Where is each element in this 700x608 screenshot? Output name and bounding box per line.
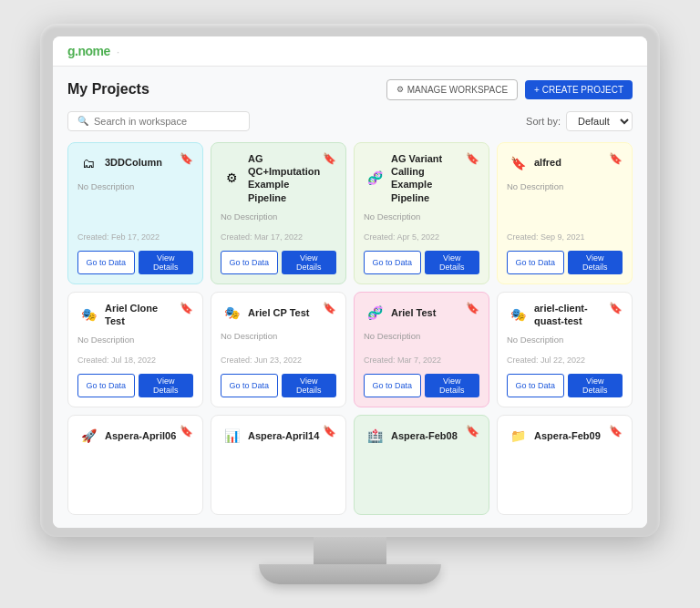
card-title: Aspera-Feb08 [391,429,458,442]
go-to-data-button[interactable]: Go to Data [507,374,564,397]
view-details-button[interactable]: View Details [139,251,194,274]
card-header: 🗂 3DDColumn 🔖 [77,152,193,174]
view-details-button[interactable]: View Details [282,251,337,274]
bookmark-icon[interactable]: 🔖 [180,302,193,314]
project-card[interactable]: 🧬 Ariel Test 🔖 No Description Created: M… [354,292,489,408]
view-details-button[interactable]: View Details [282,374,337,397]
card-header: 🎭 Ariel CP Test 🔖 [221,302,336,324]
bookmark-icon[interactable]: 🔖 [323,425,336,438]
app-content: My Projects ⚙ MANAGE WORKSPACE + CREATE … [53,67,647,529]
card-actions: Go to Data View Details [221,251,336,274]
view-details-button[interactable]: View Details [425,374,480,397]
card-spacer [221,345,336,349]
card-title: Ariel Clone Test [105,302,180,328]
search-input[interactable] [94,116,240,127]
bookmark-icon[interactable]: 🔖 [323,152,336,165]
bookmark-icon[interactable]: 🔖 [180,152,193,165]
card-spacer [77,195,193,225]
monitor-screen-inner: g.nome · My Projects ⚙ MANAGE WORKSPACE … [53,36,647,529]
card-header: 🧬 AG Variant Calling Example Pipeline 🔖 [364,152,479,204]
go-to-data-button[interactable]: Go to Data [364,374,421,397]
search-box[interactable]: 🔍 [67,111,250,131]
card-spacer [77,450,193,505]
project-card[interactable]: ⚙ AG QC+Imputation Example Pipeline 🔖 No… [211,142,346,284]
view-details-button[interactable]: View Details [568,374,623,397]
page-header: My Projects ⚙ MANAGE WORKSPACE + CREATE … [67,79,633,100]
header-buttons: ⚙ MANAGE WORKSPACE + CREATE PROJECT [386,79,633,100]
view-details-button[interactable]: View Details [139,374,194,397]
card-title-area: 🧬 Ariel Test [364,302,466,324]
projects-grid: 🗂 3DDColumn 🔖 No Description Created: Fe… [67,142,633,516]
card-title-area: 🏥 Aspera-Feb08 [364,425,466,447]
monitor-base [259,564,441,584]
logo-rest: .nome [75,44,110,58]
view-details-button[interactable]: View Details [568,251,623,274]
monitor-neck [314,537,386,564]
card-title-area: 📁 Aspera-Feb09 [507,425,609,447]
bookmark-icon[interactable]: 🔖 [466,425,479,438]
project-card[interactable]: 🗂 3DDColumn 🔖 No Description Created: Fe… [67,142,203,284]
bookmark-icon[interactable]: 🔖 [466,152,479,165]
bookmark-icon[interactable]: 🔖 [323,302,336,314]
go-to-data-button[interactable]: Go to Data [507,251,564,274]
card-title: AG QC+Imputation Example Pipeline [248,152,323,204]
manage-workspace-button[interactable]: ⚙ MANAGE WORKSPACE [386,79,518,100]
project-card[interactable]: 🔖 alfred 🔖 No Description Created: Sep 9… [497,142,633,284]
project-card[interactable]: 🏥 Aspera-Feb08 🔖 [354,415,489,515]
card-icon: ⚙ [221,167,242,189]
card-description: No Description [77,181,193,191]
bookmark-icon[interactable]: 🔖 [609,425,623,438]
card-description: No Description [77,335,193,345]
card-spacer [364,450,479,505]
card-header: 🎭 Ariel Clone Test 🔖 [77,302,193,328]
view-details-button[interactable]: View Details [425,251,480,274]
card-icon: 🎭 [77,304,99,325]
card-actions: Go to Data View Details [77,374,193,397]
app-header: g.nome · [53,36,647,67]
card-title-area: 🎭 Ariel Clone Test [77,302,180,328]
project-card[interactable]: 🚀 Aspera-April06 🔖 [67,415,203,515]
card-icon: 🎭 [221,302,242,324]
card-title-area: 🗂 3DDColumn [77,152,180,174]
go-to-data-button[interactable]: Go to Data [77,374,135,397]
project-card[interactable]: 🧬 AG Variant Calling Example Pipeline 🔖 … [354,142,489,284]
app-logo: g.nome · [67,44,118,58]
card-date: Created: Jul 22, 2022 [507,356,623,365]
card-title: AG Variant Calling Example Pipeline [391,152,466,204]
go-to-data-button[interactable]: Go to Data [77,251,135,274]
card-header: 🚀 Aspera-April06 🔖 [77,425,193,447]
project-card[interactable]: 📁 Aspera-Feb09 🔖 [497,415,633,515]
project-card[interactable]: 📊 Aspera-April14 🔖 [211,415,346,515]
card-date: Created: Sep 9, 2021 [507,232,623,242]
card-header: 📁 Aspera-Feb09 🔖 [507,425,623,447]
bookmark-icon[interactable]: 🔖 [609,152,623,165]
go-to-data-button[interactable]: Go to Data [221,374,278,397]
project-card[interactable]: 🎭 Ariel Clone Test 🔖 No Description Crea… [67,292,203,408]
card-title: Aspera-Feb09 [534,429,601,442]
project-card[interactable]: 🎭 ariel-client-quast-test 🔖 No Descripti… [497,292,633,408]
card-date: Created: Jul 18, 2022 [77,356,193,365]
card-actions: Go to Data View Details [221,374,336,397]
card-title: 3DDColumn [105,156,162,169]
card-description: No Description [507,181,623,191]
go-to-data-button[interactable]: Go to Data [364,251,421,274]
bookmark-icon[interactable]: 🔖 [609,302,623,314]
bookmark-icon[interactable]: 🔖 [180,425,193,438]
go-to-data-button[interactable]: Go to Data [221,251,278,274]
card-actions: Go to Data View Details [364,374,479,397]
card-icon: 🚀 [77,425,99,447]
card-date: Created: Feb 17, 2022 [77,232,193,242]
card-title: Aspera-April14 [248,429,319,442]
card-actions: Go to Data View Details [507,251,623,274]
card-title-area: 🔖 alfred [507,152,609,174]
sort-select[interactable]: Default [566,111,633,131]
project-card[interactable]: 🎭 Ariel CP Test 🔖 No Description Created… [211,292,346,408]
card-header: 📊 Aspera-April14 🔖 [221,425,336,447]
card-icon: 🗂 [77,152,99,174]
card-title: ariel-client-quast-test [534,302,609,328]
card-title: alfred [534,156,561,169]
bookmark-icon[interactable]: 🔖 [466,302,479,314]
card-title: Ariel Test [391,306,436,319]
create-project-button[interactable]: + CREATE PROJECT [525,80,633,99]
card-header: 🔖 alfred 🔖 [507,152,623,174]
